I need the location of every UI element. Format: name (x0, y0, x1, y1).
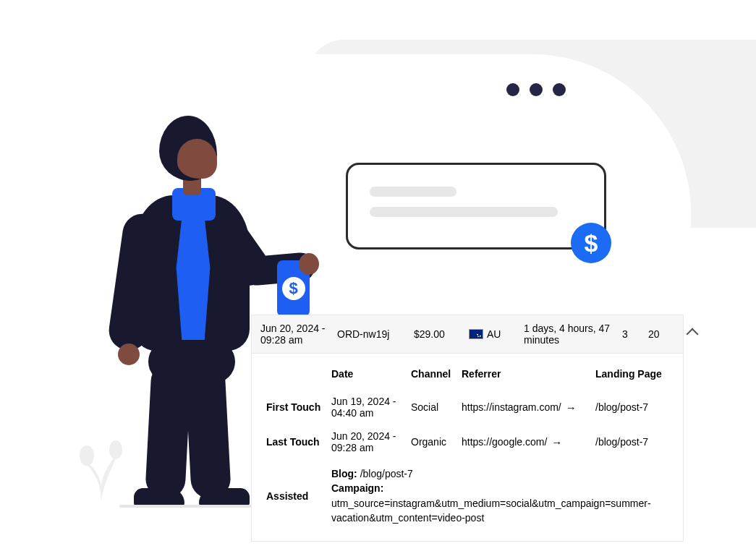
country-code: AU (487, 328, 501, 340)
last-touch-label: Last Touch (262, 424, 327, 459)
last-touch-date: Jun 20, 2024 - 09:28 am (327, 424, 407, 459)
dot-icon (530, 83, 543, 96)
dot-icon (506, 83, 519, 96)
placeholder-line (370, 187, 456, 197)
summary-country: AU (469, 328, 519, 340)
table-row: Last Touch Jun 20, 2024 - 09:28 am Organ… (262, 424, 673, 459)
dollar-coin-icon: $ (282, 277, 305, 300)
last-touch-channel: Organic (407, 424, 457, 459)
summary-amount: $29.00 (414, 328, 464, 340)
col-referrer: Referrer (457, 361, 591, 390)
first-touch-referrer-link[interactable]: https://instagram.com/ (462, 401, 561, 413)
assisted-label: Assisted (262, 459, 327, 531)
summary-count-b: 20 (648, 328, 677, 340)
chevron-up-icon (687, 328, 699, 341)
summary-order-id: ORD-nw19j (337, 328, 409, 340)
assisted-campaign-label: Campaign: (331, 482, 383, 494)
first-touch-channel: Social (407, 390, 457, 424)
last-touch-landing: /blog/post-7 (591, 424, 673, 459)
table-row: First Touch Jun 19, 2024 - 04:40 am Soci… (262, 390, 673, 424)
table-row: Assisted Blog: /blog/post-7 Campaign: ut… (262, 459, 673, 531)
assisted-campaign-value: utm_source=instagram&utm_medium=social&u… (331, 498, 651, 524)
col-landing: Landing Page (591, 361, 673, 390)
assisted-blog-label: Blog: (331, 468, 357, 479)
col-date: Date (327, 361, 407, 390)
dollar-badge-icon: $ (571, 223, 611, 263)
first-touch-landing: /blog/post-7 (591, 390, 673, 424)
window-dots (506, 83, 566, 96)
col-channel: Channel (407, 361, 457, 390)
arrow-right-icon: → (566, 401, 577, 414)
plant-icon (76, 419, 127, 506)
last-touch-referrer-link[interactable]: https://google.com/ (462, 436, 547, 448)
order-summary-row[interactable]: Jun 20, 2024 - 09:28 am ORD-nw19j $29.00… (251, 315, 684, 354)
order-attribution-card: Jun 20, 2024 - 09:28 am ORD-nw19j $29.00… (251, 315, 684, 542)
message-card: $ (346, 163, 606, 249)
first-touch-label: First Touch (262, 390, 327, 424)
summary-duration: 1 days, 4 hours, 47 minutes (524, 323, 618, 346)
flag-au-icon (469, 329, 483, 339)
assisted-blog-value: /blog/post-7 (360, 468, 413, 479)
summary-count-a: 3 (622, 328, 644, 340)
placeholder-line (370, 207, 558, 217)
first-touch-date: Jun 19, 2024 - 04:40 am (327, 390, 407, 424)
assisted-details: Blog: /blog/post-7 Campaign: utm_source=… (327, 459, 673, 531)
svg-point-0 (80, 445, 94, 466)
attribution-table: Date Channel Referrer Landing Page First… (262, 361, 673, 531)
summary-date: Jun 20, 2024 - 09:28 am (260, 323, 333, 346)
collapse-toggle[interactable] (681, 330, 703, 338)
dot-icon (553, 83, 566, 96)
svg-point-1 (109, 440, 122, 459)
arrow-right-icon: → (551, 436, 562, 448)
attribution-details: Date Channel Referrer Landing Page First… (251, 354, 684, 542)
